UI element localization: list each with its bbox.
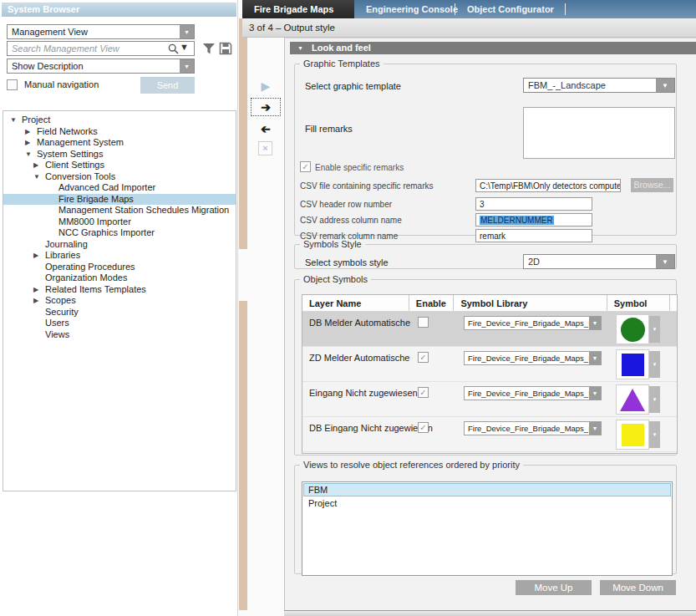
enable-checkbox[interactable]	[418, 422, 429, 433]
tree-item-journaling[interactable]: Journaling	[3, 239, 236, 251]
close-wizard-button[interactable]: ×	[258, 141, 272, 155]
column-header-enable: Enable	[409, 295, 454, 311]
symbol-preview[interactable]	[616, 314, 649, 344]
tree-item-management-station-schedules-migration[interactable]: Management Station Schedules Migration	[3, 205, 236, 216]
tree-item-management-system[interactable]: ▶Management System	[3, 137, 236, 149]
tree-item-organization-modes[interactable]: Organization Modes	[3, 272, 236, 284]
symbol-library-dropdown[interactable]: Fire_Device_Fire_Brigade_Maps_HQ_1▼	[464, 316, 602, 330]
chevron-down-icon[interactable]: ▼	[656, 255, 674, 268]
symbol-dropdown-icon[interactable]: ▼	[649, 351, 660, 378]
browse-button[interactable]: Browse...	[631, 178, 673, 192]
tree-item-related-items-templates[interactable]: ▶Related Items Templates	[3, 284, 236, 296]
tree-item-conversion-tools[interactable]: ▼Conversion Tools	[3, 171, 236, 183]
search-icon[interactable]	[166, 42, 180, 55]
chevron-down-icon[interactable]: ▼	[589, 422, 601, 435]
show-description-dropdown[interactable]: Show Description ▼	[7, 59, 195, 74]
management-view-dropdown[interactable]: Management View ▼	[7, 24, 195, 39]
csv-header-row-input[interactable]: 3	[475, 197, 592, 211]
tree-item-views[interactable]: Views	[3, 329, 236, 341]
symbol-preview[interactable]	[616, 349, 649, 379]
enable-specific-remarks-label: Enable specific remarks	[315, 163, 404, 172]
chevron-down-icon[interactable]: ▼	[180, 59, 194, 73]
save-icon[interactable]	[218, 41, 233, 56]
tree-item-users[interactable]: Users	[3, 318, 236, 329]
previous-step-button[interactable]: ➔	[247, 122, 284, 135]
expander-icon[interactable]: ▼	[33, 171, 40, 183]
tab-object-configurator[interactable]: Object Configurator	[455, 0, 565, 18]
enable-specific-remarks-checkbox[interactable]	[300, 161, 311, 172]
chevron-down-icon[interactable]: ▼	[180, 25, 194, 38]
symbols-style-legend: Symbols Style	[300, 239, 365, 249]
layer-name: ZD Melder Automatische	[309, 353, 409, 363]
enable-checkbox[interactable]	[418, 387, 429, 398]
tree-item-fire-brigade-maps[interactable]: Fire Brigade Maps	[3, 194, 236, 206]
expander-icon[interactable]: ▶	[25, 126, 30, 138]
tree-item-libraries[interactable]: ▶Libraries	[3, 250, 236, 262]
symbol-dropdown-icon[interactable]: ▼	[649, 316, 660, 343]
layer-name: DB Eingang Nicht zugewiesen	[309, 423, 433, 433]
look-and-feel-section-header[interactable]: ▼ Look and feel	[290, 42, 696, 54]
send-button[interactable]: Send	[140, 77, 195, 94]
list-item-project[interactable]: Project	[303, 496, 671, 510]
filter-icon[interactable]	[201, 41, 216, 56]
symbol-library-dropdown[interactable]: Fire_Device_Fire_Brigade_Maps_HQ_1▼	[464, 351, 602, 365]
csv-address-column-input[interactable]: MELDERNUMMER	[475, 213, 592, 227]
graphic-template-dropdown[interactable]: FBM_-_Landscape ▼	[523, 78, 675, 93]
symbol-library-dropdown[interactable]: Fire_Device_Fire_Brigade_Maps_HQ_1▼	[464, 386, 602, 400]
chevron-down-icon[interactable]: ▼	[589, 352, 601, 364]
tree-item-mm8000-importer[interactable]: MM8000 Importer	[3, 216, 236, 228]
tree-item-operating-procedures[interactable]: Operating Procedures	[3, 262, 236, 273]
tree-item-field-networks[interactable]: ▶Field Networks	[3, 126, 236, 138]
next-step-button[interactable]: ➔	[251, 98, 281, 116]
views-listbox[interactable]: FBM Project	[302, 481, 673, 576]
search-input[interactable]	[8, 43, 166, 53]
move-down-button[interactable]: Move Down	[600, 580, 676, 595]
tree-item-project[interactable]: ▼Project	[3, 115, 236, 126]
blue-square-icon	[622, 354, 644, 376]
expander-icon[interactable]: ▼	[10, 115, 17, 126]
manual-navigation-checkbox[interactable]	[7, 79, 18, 90]
tree-item-security[interactable]: Security	[3, 307, 236, 318]
table-row[interactable]: DB Melder Automatische Fire_Device_Fire_…	[302, 312, 677, 347]
fill-remarks-textarea[interactable]	[523, 107, 675, 159]
enable-checkbox[interactable]	[418, 317, 429, 328]
chevron-down-icon[interactable]: ▼	[589, 317, 601, 329]
move-up-button[interactable]: Move Up	[516, 580, 592, 595]
symbols-style-group: Symbols Style Select symbols style 2D ▼	[294, 239, 677, 269]
management-view-value: Management View	[8, 27, 180, 37]
table-row[interactable]: ZD Melder Automatische Fire_Device_Fire_…	[302, 347, 677, 382]
expander-icon[interactable]: ▶	[25, 137, 30, 149]
expander-icon[interactable]: ▶	[33, 250, 38, 262]
collapse-triangle-icon[interactable]: ▼	[297, 42, 303, 54]
symbol-library-dropdown[interactable]: Fire_Device_Fire_Brigade_Maps_HQ_1▼	[464, 421, 602, 435]
symbol-preview[interactable]	[616, 384, 649, 415]
tree-item-system-settings[interactable]: ▼System Settings	[3, 149, 236, 160]
symbol-dropdown-icon[interactable]: ▼	[649, 386, 660, 413]
chevron-down-icon[interactable]: ▼	[589, 387, 601, 400]
expander-icon[interactable]: ▶	[33, 160, 38, 171]
vertical-scrollbar[interactable]	[239, 18, 247, 610]
chevron-down-icon[interactable]: ▼	[656, 79, 674, 92]
list-item-fbm[interactable]: FBM	[303, 483, 671, 496]
tab-fire-brigade-maps[interactable]: Fire Brigade Maps	[242, 0, 354, 18]
table-row[interactable]: Eingang Nicht zugewiesen Fire_Device_Fir…	[302, 382, 677, 417]
search-dropdown-icon[interactable]: ▼	[180, 42, 194, 55]
tree-item-client-settings[interactable]: ▶Client Settings	[3, 160, 236, 171]
scrollbar-thumb[interactable]	[239, 249, 247, 301]
symbol-dropdown-icon[interactable]: ▼	[649, 421, 660, 448]
expander-icon[interactable]: ▶	[33, 284, 38, 296]
tab-engineering-console[interactable]: Engineering Console	[354, 0, 455, 18]
tree-item-advanced-cad-importer[interactable]: Advanced Cad Importer	[3, 182, 236, 194]
expander-icon[interactable]: ▼	[25, 149, 32, 160]
search-box[interactable]: ▼	[7, 41, 195, 56]
table-row[interactable]: DB Eingang Nicht zugewiesen Fire_Device_…	[302, 417, 677, 452]
enable-checkbox[interactable]	[418, 352, 429, 363]
tree-item-scopes[interactable]: ▶Scopes	[3, 295, 236, 307]
symbol-preview[interactable]	[616, 420, 649, 450]
system-tree: ▼Project ▶Field Networks ▶Management Sys…	[3, 110, 236, 491]
expander-icon[interactable]: ▶	[33, 295, 38, 307]
symbols-style-dropdown[interactable]: 2D ▼	[523, 254, 675, 269]
csv-file-input[interactable]: C:\Temp\FBM\Only detectors compute min a…	[475, 179, 621, 192]
tree-item-ncc-graphics-importer[interactable]: NCC Graphics Importer	[3, 227, 236, 239]
select-graphic-template-label: Select graphic template	[305, 81, 401, 91]
